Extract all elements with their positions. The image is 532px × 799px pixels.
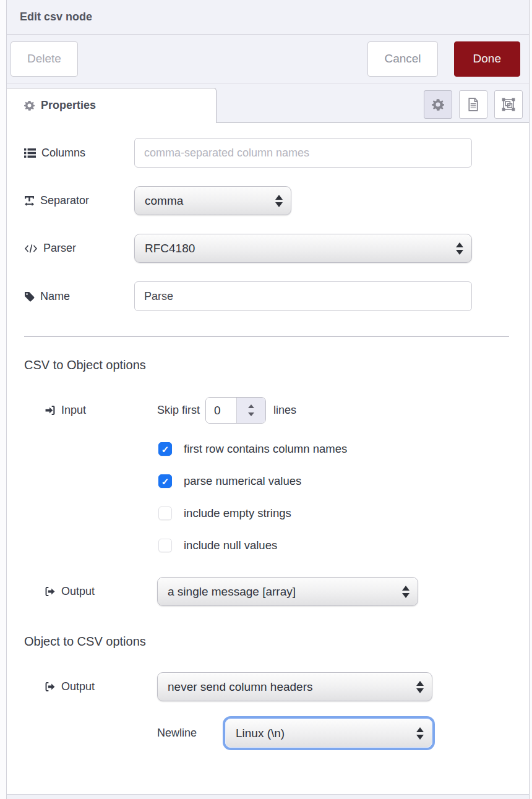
- object-output-row: Output never send column headers: [45, 672, 517, 701]
- select-arrows-icon: [416, 681, 424, 693]
- newline-select-value: Linux (\n): [236, 727, 285, 740]
- cancel-button[interactable]: Cancel: [367, 41, 437, 77]
- delete-button[interactable]: Delete: [11, 41, 78, 77]
- separator-label: Separator: [24, 194, 134, 207]
- tab-properties[interactable]: Properties: [7, 88, 217, 123]
- code-icon: [24, 244, 38, 254]
- editor-tabbar: Properties: [7, 83, 529, 123]
- checkbox-label: include empty strings: [184, 506, 291, 520]
- first-row-names-checkbox[interactable]: [158, 442, 172, 456]
- appearance-tab-button[interactable]: [494, 90, 523, 119]
- list-icon: [24, 148, 36, 158]
- gear-icon: [432, 98, 444, 111]
- checkbox-label: first row contains column names: [184, 442, 347, 456]
- edit-node-dialog: Edit csv node Delete Cancel Done Propert…: [6, 0, 530, 799]
- tab-properties-label: Properties: [41, 99, 96, 112]
- columns-input[interactable]: [134, 138, 472, 168]
- parser-row: Parser RFC4180: [24, 234, 517, 263]
- dialog-header: Edit csv node: [7, 0, 529, 35]
- output-label: Output: [45, 585, 157, 598]
- csv-output-row: Output a single message [array]: [45, 577, 517, 606]
- skip-lines-spinner: [205, 397, 266, 424]
- checkbox-row: include empty strings: [158, 506, 517, 520]
- name-label: Name: [24, 290, 134, 303]
- tab-buttons: [424, 90, 523, 119]
- columns-label: Columns: [24, 147, 134, 160]
- appearance-icon: [502, 98, 515, 111]
- newline-row: Newline Linux (\n): [157, 719, 517, 748]
- checkbox-row: first row contains column names: [158, 442, 517, 456]
- object-to-csv-heading: Object to CSV options: [24, 634, 517, 649]
- select-arrows-icon: [402, 586, 410, 598]
- csv-output-select-value: a single message [array]: [168, 585, 296, 599]
- input-options-row: Input Skip first lines: [45, 397, 517, 424]
- name-input[interactable]: [134, 281, 472, 311]
- newline-select[interactable]: Linux (\n): [225, 719, 432, 748]
- separator-row: Separator comma: [24, 186, 517, 215]
- checkbox-row: parse numerical values: [158, 474, 517, 488]
- csv-to-object-heading: CSV to Object options: [24, 358, 517, 372]
- done-button[interactable]: Done: [454, 41, 520, 77]
- section-divider: [24, 336, 509, 337]
- dialog-toolbar: Delete Cancel Done: [7, 35, 529, 83]
- parser-select-value: RFC4180: [145, 242, 195, 255]
- object-output-select-value: never send column headers: [168, 680, 312, 694]
- output-label: Output: [45, 680, 157, 693]
- checkbox-row: include null values: [158, 539, 517, 552]
- tag-icon: [24, 291, 35, 302]
- spinner-stepper[interactable]: [236, 398, 265, 423]
- properties-panel: Columns Separator comma Parser: [7, 123, 529, 794]
- sign-out-icon: [45, 586, 56, 597]
- parser-select[interactable]: RFC4180: [134, 234, 472, 263]
- select-arrows-icon: [416, 727, 424, 740]
- separator-select[interactable]: comma: [134, 186, 291, 215]
- newline-label: Newline: [157, 727, 225, 740]
- dialog-footer: [7, 794, 529, 799]
- checkbox-label: parse numerical values: [184, 474, 301, 488]
- columns-row: Columns: [24, 138, 517, 168]
- text-width-icon: [24, 195, 35, 206]
- sign-in-icon: [45, 405, 56, 416]
- parse-numerical-checkbox[interactable]: [158, 474, 172, 488]
- checkbox-label: include null values: [184, 539, 277, 552]
- include-empty-checkbox[interactable]: [158, 506, 172, 520]
- input-label: Input: [45, 404, 157, 417]
- description-tab-button[interactable]: [459, 90, 487, 119]
- object-output-select[interactable]: never send column headers: [157, 672, 432, 701]
- properties-tab-button[interactable]: [424, 90, 452, 119]
- select-arrows-icon: [456, 242, 463, 255]
- lines-label: lines: [273, 404, 296, 417]
- csv-output-select[interactable]: a single message [array]: [157, 577, 418, 606]
- sign-out-icon: [45, 682, 56, 692]
- document-icon: [467, 98, 479, 111]
- select-arrows-icon: [275, 195, 283, 207]
- skip-lines-input[interactable]: [206, 398, 236, 423]
- gear-icon: [24, 100, 35, 111]
- skip-first-label: Skip first: [157, 404, 200, 417]
- parser-label: Parser: [24, 242, 134, 255]
- dialog-title: Edit csv node: [20, 11, 92, 24]
- include-null-checkbox[interactable]: [158, 539, 172, 552]
- separator-select-value: comma: [145, 194, 183, 208]
- name-row: Name: [24, 281, 517, 311]
